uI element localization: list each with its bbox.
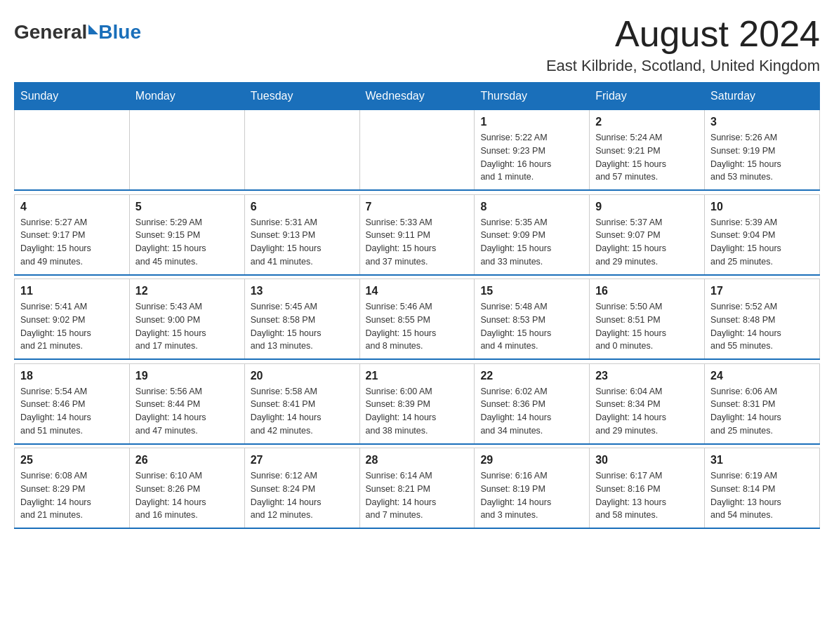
day-number: 2 [595,116,699,128]
calendar-header-row: SundayMondayTuesdayWednesdayThursdayFrid… [15,83,820,110]
day-info: Sunrise: 5:56 AMSunset: 8:44 PMDaylight:… [135,385,239,438]
day-info: Sunrise: 5:39 AMSunset: 9:04 PMDaylight:… [710,216,814,269]
calendar-header-monday: Monday [129,83,244,110]
calendar-cell: 21Sunrise: 6:00 AMSunset: 8:39 PMDayligh… [359,363,475,444]
day-info: Sunrise: 5:41 AMSunset: 9:02 PMDaylight:… [20,300,124,353]
calendar-cell [244,110,359,191]
day-number: 5 [135,201,239,213]
month-title: August 2024 [546,14,820,54]
day-info: Sunrise: 5:22 AMSunset: 9:23 PMDaylight:… [480,131,583,184]
day-number: 9 [595,201,699,213]
week-row-4: 18Sunrise: 5:54 AMSunset: 8:46 PMDayligh… [15,363,820,444]
calendar-header-friday: Friday [590,83,705,110]
calendar-cell: 10Sunrise: 5:39 AMSunset: 9:04 PMDayligh… [705,194,820,275]
calendar-cell: 29Sunrise: 6:16 AMSunset: 8:19 PMDayligh… [475,448,590,529]
day-info: Sunrise: 6:12 AMSunset: 8:24 PMDaylight:… [251,469,354,522]
day-info: Sunrise: 5:58 AMSunset: 8:41 PMDaylight:… [251,385,354,438]
calendar-cell: 3Sunrise: 5:26 AMSunset: 9:19 PMDaylight… [705,110,820,191]
day-number: 23 [595,370,699,382]
calendar-cell: 2Sunrise: 5:24 AMSunset: 9:21 PMDaylight… [590,110,705,191]
calendar-cell: 12Sunrise: 5:43 AMSunset: 9:00 PMDayligh… [129,279,244,360]
calendar-cell: 13Sunrise: 5:45 AMSunset: 8:58 PMDayligh… [244,279,359,360]
day-info: Sunrise: 5:24 AMSunset: 9:21 PMDaylight:… [595,131,699,184]
day-number: 13 [251,285,354,297]
logo-triangle-icon [88,25,98,34]
day-info: Sunrise: 5:46 AMSunset: 8:55 PMDaylight:… [366,300,469,353]
logo: General Blue [14,14,141,43]
calendar-cell: 28Sunrise: 6:14 AMSunset: 8:21 PMDayligh… [359,448,475,529]
day-info: Sunrise: 5:35 AMSunset: 9:09 PMDaylight:… [480,216,583,269]
calendar-cell: 26Sunrise: 6:10 AMSunset: 8:26 PMDayligh… [129,448,244,529]
week-row-5: 25Sunrise: 6:08 AMSunset: 8:29 PMDayligh… [15,448,820,529]
calendar-cell: 18Sunrise: 5:54 AMSunset: 8:46 PMDayligh… [15,363,130,444]
calendar-header-thursday: Thursday [475,83,590,110]
day-info: Sunrise: 5:26 AMSunset: 9:19 PMDaylight:… [710,131,814,184]
day-number: 4 [20,201,124,213]
day-number: 7 [366,201,469,213]
day-info: Sunrise: 5:45 AMSunset: 8:58 PMDaylight:… [251,300,354,353]
calendar-header-sunday: Sunday [15,83,130,110]
calendar-cell [15,110,130,191]
calendar-cell: 7Sunrise: 5:33 AMSunset: 9:11 PMDaylight… [359,194,475,275]
day-number: 24 [710,370,814,382]
day-info: Sunrise: 5:37 AMSunset: 9:07 PMDaylight:… [595,216,699,269]
day-info: Sunrise: 6:00 AMSunset: 8:39 PMDaylight:… [366,385,469,438]
logo-general-text: General [14,21,87,43]
day-number: 27 [251,454,354,467]
day-number: 20 [251,370,354,382]
day-info: Sunrise: 6:16 AMSunset: 8:19 PMDaylight:… [480,469,583,522]
calendar-cell: 30Sunrise: 6:17 AMSunset: 8:16 PMDayligh… [590,448,705,529]
day-number: 25 [20,454,124,467]
day-number: 15 [480,285,583,297]
day-number: 16 [595,285,699,297]
logo-blue-text: Blue [98,21,141,43]
day-info: Sunrise: 5:27 AMSunset: 9:17 PMDaylight:… [20,216,124,269]
calendar-cell: 9Sunrise: 5:37 AMSunset: 9:07 PMDaylight… [590,194,705,275]
calendar-cell: 27Sunrise: 6:12 AMSunset: 8:24 PMDayligh… [244,448,359,529]
day-number: 22 [480,370,583,382]
calendar-cell: 17Sunrise: 5:52 AMSunset: 8:48 PMDayligh… [705,279,820,360]
day-number: 11 [20,285,124,297]
calendar-cell: 11Sunrise: 5:41 AMSunset: 9:02 PMDayligh… [15,279,130,360]
location-title: East Kilbride, Scotland, United Kingdom [546,57,820,75]
day-number: 30 [595,454,699,467]
calendar-cell: 24Sunrise: 6:06 AMSunset: 8:31 PMDayligh… [705,363,820,444]
day-number: 14 [366,285,469,297]
calendar-header-saturday: Saturday [705,83,820,110]
calendar-cell: 31Sunrise: 6:19 AMSunset: 8:14 PMDayligh… [705,448,820,529]
day-number: 26 [135,454,239,467]
day-info: Sunrise: 6:02 AMSunset: 8:36 PMDaylight:… [480,385,583,438]
day-number: 21 [366,370,469,382]
calendar-cell: 8Sunrise: 5:35 AMSunset: 9:09 PMDaylight… [475,194,590,275]
day-info: Sunrise: 6:19 AMSunset: 8:14 PMDaylight:… [710,469,814,522]
week-row-2: 4Sunrise: 5:27 AMSunset: 9:17 PMDaylight… [15,194,820,275]
day-info: Sunrise: 5:50 AMSunset: 8:51 PMDaylight:… [595,300,699,353]
calendar-header-tuesday: Tuesday [244,83,359,110]
day-number: 29 [480,454,583,467]
calendar-cell: 23Sunrise: 6:04 AMSunset: 8:34 PMDayligh… [590,363,705,444]
day-info: Sunrise: 6:14 AMSunset: 8:21 PMDaylight:… [366,469,469,522]
calendar-cell [129,110,244,191]
day-number: 10 [710,201,814,213]
day-number: 28 [366,454,469,467]
day-number: 6 [251,201,354,213]
title-area: August 2024 East Kilbride, Scotland, Uni… [546,14,820,75]
day-info: Sunrise: 5:52 AMSunset: 8:48 PMDaylight:… [710,300,814,353]
calendar-header-wednesday: Wednesday [359,83,475,110]
calendar-cell: 1Sunrise: 5:22 AMSunset: 9:23 PMDaylight… [475,110,590,191]
calendar-cell: 19Sunrise: 5:56 AMSunset: 8:44 PMDayligh… [129,363,244,444]
calendar-table: SundayMondayTuesdayWednesdayThursdayFrid… [14,82,820,529]
calendar-cell: 25Sunrise: 6:08 AMSunset: 8:29 PMDayligh… [15,448,130,529]
day-info: Sunrise: 6:08 AMSunset: 8:29 PMDaylight:… [20,469,124,522]
day-number: 19 [135,370,239,382]
day-info: Sunrise: 5:43 AMSunset: 9:00 PMDaylight:… [135,300,239,353]
calendar-cell [359,110,475,191]
calendar-cell: 16Sunrise: 5:50 AMSunset: 8:51 PMDayligh… [590,279,705,360]
week-row-1: 1Sunrise: 5:22 AMSunset: 9:23 PMDaylight… [15,110,820,191]
day-info: Sunrise: 6:17 AMSunset: 8:16 PMDaylight:… [595,469,699,522]
day-number: 8 [480,201,583,213]
week-row-3: 11Sunrise: 5:41 AMSunset: 9:02 PMDayligh… [15,279,820,360]
calendar-cell: 4Sunrise: 5:27 AMSunset: 9:17 PMDaylight… [15,194,130,275]
calendar-cell: 5Sunrise: 5:29 AMSunset: 9:15 PMDaylight… [129,194,244,275]
day-info: Sunrise: 5:29 AMSunset: 9:15 PMDaylight:… [135,216,239,269]
